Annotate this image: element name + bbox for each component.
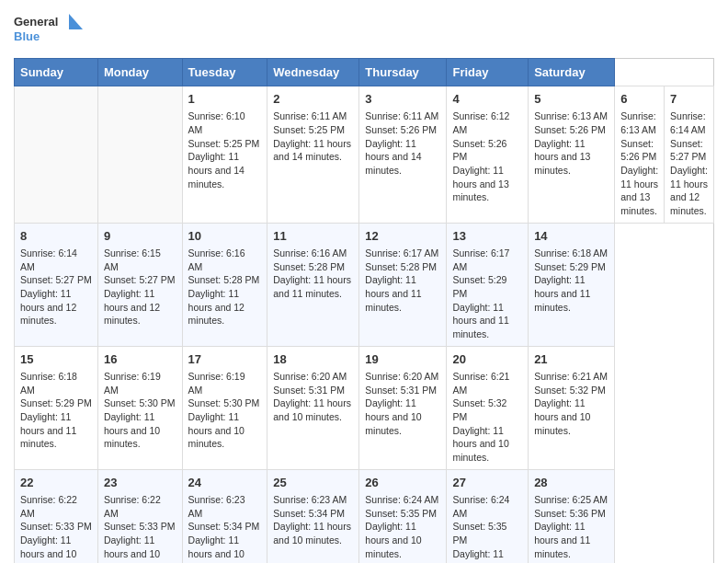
calendar-week-row: 8Sunrise: 6:14 AMSunset: 5:27 PMDaylight… [15,223,714,346]
sunset-text: Sunset: 5:29 PM [452,274,506,299]
calendar-week-row: 1Sunrise: 6:10 AMSunset: 5:25 PMDaylight… [15,86,714,224]
day-number: 7 [670,91,708,108]
col-header-wednesday: Wednesday [267,59,359,86]
sunrise-text: Sunrise: 6:24 AM [365,494,438,505]
sunrise-text: Sunrise: 6:13 AM [620,110,656,135]
sunset-text: Sunset: 5:26 PM [534,124,606,135]
calendar-cell: 10Sunrise: 6:16 AMSunset: 5:28 PMDayligh… [182,223,267,346]
calendar-cell: 7Sunrise: 6:14 AMSunset: 5:27 PMDaylight… [665,86,714,224]
calendar-cell: 14Sunrise: 6:18 AMSunset: 5:29 PMDayligh… [529,223,615,346]
sunrise-text: Sunrise: 6:20 AM [365,371,438,382]
day-number: 12 [365,228,440,245]
calendar-cell: 8Sunrise: 6:14 AMSunset: 5:27 PMDaylight… [15,223,98,346]
day-number: 16 [104,351,176,368]
calendar-week-row: 22Sunrise: 6:22 AMSunset: 5:33 PMDayligh… [15,469,714,563]
svg-marker-2 [69,14,83,29]
daylight-text: Daylight: 11 hours and 11 minutes. [273,274,351,299]
sunset-text: Sunset: 5:28 PM [273,261,345,272]
daylight-text: Daylight: 11 hours and 10 minutes. [452,425,508,463]
sunset-text: Sunset: 5:35 PM [452,521,506,546]
daylight-text: Daylight: 11 hours and 12 minutes. [20,288,76,326]
sunset-text: Sunset: 5:26 PM [620,138,656,163]
sunrise-text: Sunrise: 6:23 AM [188,494,245,519]
day-number: 4 [452,91,522,108]
calendar-cell: 13Sunrise: 6:17 AMSunset: 5:29 PMDayligh… [447,223,529,346]
daylight-text: Daylight: 11 hours and 10 minutes. [104,411,160,449]
day-number: 19 [365,351,440,368]
col-header-saturday: Saturday [529,59,615,86]
daylight-text: Daylight: 11 hours and 11 minutes. [452,548,508,563]
svg-text:General: General [14,15,58,29]
sunset-text: Sunset: 5:34 PM [188,521,260,532]
sunrise-text: Sunrise: 6:22 AM [104,494,161,519]
daylight-text: Daylight: 11 hours and 10 minutes. [365,397,421,435]
day-number: 25 [273,475,353,491]
daylight-text: Daylight: 11 hours and 14 minutes. [188,151,245,189]
calendar-cell: 27Sunrise: 6:24 AMSunset: 5:35 PMDayligh… [447,469,529,563]
sunrise-text: Sunrise: 6:21 AM [452,371,509,396]
sunrise-text: Sunrise: 6:20 AM [273,371,347,382]
sunrise-text: Sunrise: 6:14 AM [670,110,706,135]
col-header-tuesday: Tuesday [182,59,267,86]
sunset-text: Sunset: 5:27 PM [104,274,176,285]
daylight-text: Daylight: 11 hours and 12 minutes. [670,165,708,216]
sunrise-text: Sunrise: 6:24 AM [452,494,509,519]
day-number: 23 [104,475,176,491]
day-number: 28 [534,475,609,491]
day-number: 10 [188,228,262,245]
daylight-text: Daylight: 11 hours and 11 minutes. [20,411,76,449]
sunrise-text: Sunrise: 6:21 AM [534,371,608,382]
sunset-text: Sunset: 5:35 PM [365,508,437,519]
sunrise-text: Sunrise: 6:18 AM [20,371,77,396]
day-number: 6 [620,91,658,108]
col-header-friday: Friday [447,59,529,86]
day-number: 14 [534,228,609,245]
sunset-text: Sunset: 5:29 PM [534,261,606,272]
daylight-text: Daylight: 11 hours and 10 minutes. [273,521,351,546]
sunset-text: Sunset: 5:25 PM [188,138,260,149]
sunset-text: Sunset: 5:32 PM [534,385,606,396]
daylight-text: Daylight: 11 hours and 10 minutes. [188,534,245,563]
sunset-text: Sunset: 5:27 PM [670,138,706,163]
calendar-cell [15,86,98,224]
sunset-text: Sunset: 5:30 PM [188,397,260,408]
logo-svg: General Blue [14,9,87,51]
calendar-cell: 19Sunrise: 6:20 AMSunset: 5:31 PMDayligh… [359,346,447,469]
daylight-text: Daylight: 11 hours and 11 minutes. [534,274,590,312]
day-number: 1 [188,91,262,108]
sunset-text: Sunset: 5:28 PM [365,261,437,272]
day-number: 18 [273,351,353,368]
day-number: 24 [188,475,262,491]
daylight-text: Daylight: 11 hours and 14 minutes. [273,138,351,163]
sunset-text: Sunset: 5:29 PM [20,397,92,408]
calendar-cell: 26Sunrise: 6:24 AMSunset: 5:35 PMDayligh… [359,469,447,563]
daylight-text: Daylight: 11 hours and 10 minutes. [104,534,160,563]
sunset-text: Sunset: 5:33 PM [104,521,176,532]
daylight-text: Daylight: 11 hours and 10 minutes. [365,521,421,558]
sunset-text: Sunset: 5:34 PM [273,508,345,519]
calendar-header-row: SundayMondayTuesdayWednesdayThursdayFrid… [15,59,714,86]
calendar-cell: 18Sunrise: 6:20 AMSunset: 5:31 PMDayligh… [267,346,359,469]
sunrise-text: Sunrise: 6:17 AM [452,247,509,272]
sunrise-text: Sunrise: 6:14 AM [20,247,77,272]
calendar-cell: 9Sunrise: 6:15 AMSunset: 5:27 PMDaylight… [97,223,182,346]
day-number: 21 [534,351,609,368]
sunrise-text: Sunrise: 6:19 AM [188,371,245,396]
calendar-week-row: 15Sunrise: 6:18 AMSunset: 5:29 PMDayligh… [15,346,714,469]
calendar-cell: 28Sunrise: 6:25 AMSunset: 5:36 PMDayligh… [529,469,615,563]
day-number: 27 [452,475,522,491]
calendar-cell: 20Sunrise: 6:21 AMSunset: 5:32 PMDayligh… [447,346,529,469]
daylight-text: Daylight: 11 hours and 13 minutes. [452,165,508,202]
sunset-text: Sunset: 5:28 PM [188,274,260,285]
calendar-cell: 4Sunrise: 6:12 AMSunset: 5:26 PMDaylight… [447,86,529,224]
calendar-cell: 22Sunrise: 6:22 AMSunset: 5:33 PMDayligh… [15,469,98,563]
day-number: 9 [104,228,176,245]
day-number: 8 [20,228,92,245]
daylight-text: Daylight: 11 hours and 13 minutes. [534,138,590,176]
daylight-text: Daylight: 11 hours and 12 minutes. [188,288,245,326]
calendar-cell: 25Sunrise: 6:23 AMSunset: 5:34 PMDayligh… [267,469,359,563]
calendar-cell: 2Sunrise: 6:11 AMSunset: 5:25 PMDaylight… [267,86,359,224]
calendar-table: SundayMondayTuesdayWednesdayThursdayFrid… [14,58,714,563]
sunset-text: Sunset: 5:30 PM [104,397,176,408]
sunset-text: Sunset: 5:31 PM [365,385,437,396]
